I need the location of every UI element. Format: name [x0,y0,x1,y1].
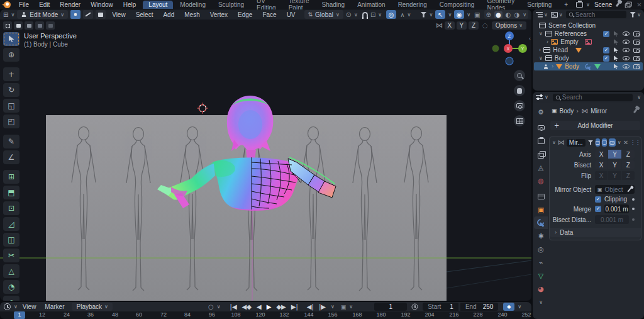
auto-keying-toggle[interactable]: ○ [208,303,214,310]
outliner-row-body-object[interactable]: › Body [534,62,643,70]
collection-checkbox[interactable] [603,55,609,62]
scene-icon[interactable] [576,2,583,8]
menu-add[interactable]: Add [159,11,178,18]
menu-help[interactable]: Help [119,1,141,8]
menu-render[interactable]: Render [55,1,85,8]
add-workspace-button[interactable]: + [558,1,574,9]
transform-orientation-selector[interactable]: ⇅ Global ∨ [304,10,343,19]
proportional-size-icon[interactable]: ◌ [482,22,488,29]
shading-wireframe-button[interactable]: ⊕ [486,11,491,18]
pin-icon[interactable] [633,108,638,113]
tool-inset-faces[interactable]: ⊡ [3,201,19,215]
tool-loop-cut[interactable]: ◫ [3,233,19,247]
mirror-y-button[interactable]: Y [457,21,467,30]
menu-edge[interactable]: Edge [234,11,256,18]
axis-z-button[interactable]: Z [622,150,635,159]
tool-bevel[interactable]: ◿ [3,217,19,231]
expand-chevron[interactable]: ∨ [539,31,543,36]
tab-collection[interactable] [534,190,548,203]
tab-object[interactable]: ▣ [534,203,548,216]
visibility-filter-icon[interactable] [421,12,427,18]
workspace-tab-sculpting[interactable]: Sculpting [213,1,250,9]
select-mode-vertex-button[interactable] [70,10,80,19]
tab-scene[interactable]: ◬ [534,161,548,174]
editor-type-outliner-icon[interactable] [536,12,543,18]
playback-popover-button[interactable]: Playback ∨ [72,303,112,311]
scene-pin-icon[interactable] [616,2,620,7]
frame-end-field[interactable]: End 250 [460,303,498,311]
data-subpanel-header[interactable]: › Data [550,228,641,237]
outliner-row-scene-collection[interactable]: Scene Collection [534,21,643,30]
jump-to-end-button[interactable]: ▶| [289,303,300,310]
shading-chevron[interactable]: ∨ [523,12,526,18]
play-button[interactable]: ▶ [265,303,274,310]
select-mode-face-button[interactable] [96,10,106,19]
editor-type-chevron[interactable]: ∨ [11,12,14,18]
workspace-tab-layout[interactable]: Layout [143,1,173,9]
tool-extrude-region[interactable]: ⬒ [3,186,19,199]
bisect-z-button[interactable]: Z [622,160,635,169]
flip-y-button[interactable]: Y [608,171,621,180]
selectable-icon[interactable] [614,39,618,45]
bisect-y-button[interactable]: Y [608,160,621,169]
properties-options-chevron[interactable]: ∨ [637,94,641,100]
xray-toggle-icon[interactable]: ▣ [474,11,480,18]
modifier-close-button[interactable]: ✕ [623,139,628,146]
tool-smooth[interactable]: ◍ [3,296,19,301]
hide-icon[interactable] [623,40,630,44]
tool-spin[interactable]: ◔ [3,280,19,294]
render-visibility-icon[interactable] [633,64,640,69]
scene-browse-chevron[interactable]: ∨ [586,2,590,8]
modifier-name-field[interactable]: Mir... [567,139,586,147]
tab-view-layer[interactable] [534,148,548,160]
animate-dot[interactable] [632,208,635,210]
options-button[interactable]: Options ∨ [492,21,526,30]
render-visibility-icon[interactable] [633,31,640,36]
clipping-checkbox[interactable] [595,196,601,203]
mirror-x-button[interactable]: X [445,21,455,30]
tool-cursor[interactable]: ⊕ [3,48,19,62]
tab-render[interactable] [534,121,548,134]
menu-uv[interactable]: UV [283,11,299,18]
expand-chevron[interactable]: ∨ [539,55,543,61]
hide-icon[interactable] [623,64,630,69]
hide-icon[interactable] [623,31,630,36]
keying-set-button[interactable]: ◆ [503,303,514,311]
select-mode-edge-button[interactable] [83,10,93,19]
tool-setting-select-new[interactable] [3,21,12,30]
breadcrumb-object[interactable]: Body [560,108,574,115]
render-visibility-icon[interactable] [633,56,640,61]
jump-to-start-button[interactable]: |◀ [228,303,239,310]
snap-chevron[interactable]: ∨ [378,12,382,18]
zoom-button[interactable] [514,70,525,81]
current-frame-field[interactable]: 1 [374,303,407,311]
workspace-tab-shading[interactable]: Shading [316,1,350,9]
bisect-x-button[interactable]: X [595,160,608,169]
timeline-editor-chevron[interactable]: ∨ [14,304,18,310]
eyedropper-icon[interactable] [627,187,631,192]
modifier-extras-chevron[interactable]: ∨ [618,140,621,145]
tool-transform[interactable]: ◰ [3,115,19,128]
scene-new-icon[interactable] [625,2,631,8]
menu-select[interactable]: Select [132,11,157,18]
proportional-falloff-icon[interactable]: ∧ [400,11,404,18]
pan-button[interactable] [514,85,525,96]
editor-type-properties-icon[interactable] [536,94,543,100]
outliner-editor-chevron[interactable]: ∨ [544,12,548,18]
camera-view-button[interactable] [514,100,525,111]
render-visibility-icon[interactable] [633,48,640,53]
keying-chevron[interactable]: ∨ [518,304,521,310]
playback-sync-icon[interactable]: ▣ [341,304,347,310]
outliner-display-mode-icon[interactable] [551,12,558,18]
filter-chevron[interactable]: ∨ [637,12,641,18]
tool-measure[interactable]: ∠ [3,150,19,164]
editor-type-viewport-icon[interactable]: ⊞ [3,11,8,18]
workspace-tab-compositing[interactable]: Compositing [434,1,480,9]
gizmos-chevron[interactable]: ∨ [448,12,452,18]
mirror-z-button[interactable]: Z [469,21,479,30]
menu-view[interactable]: View [108,11,130,18]
display-mode-chevron[interactable]: ∨ [559,12,563,18]
gizmos-toggle[interactable]: ↖ [435,10,445,19]
axis-x-button[interactable]: X [595,150,608,159]
pivot-point-icon[interactable]: ⊙ [346,11,352,19]
